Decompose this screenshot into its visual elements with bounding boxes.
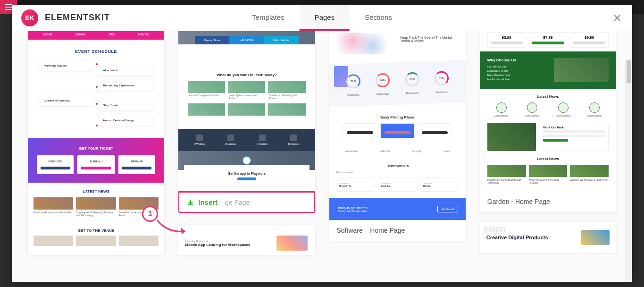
tab-sections[interactable]: Sections — [350, 5, 407, 31]
tab-bar: Templates Pages Sections — [237, 5, 407, 31]
insert-button-row[interactable]: Insert ge Page — [178, 191, 315, 213]
template-partial-label: ge Page — [225, 199, 250, 206]
close-icon — [613, 14, 621, 22]
template-grid: eventi Salona bike Eventie EVENT SCHEDUL… — [23, 31, 621, 255]
scrollbar-track[interactable] — [625, 59, 631, 280]
template-card-software[interactable]: Keep Track The Overall The Market Trends… — [329, 31, 466, 241]
brand-title: ELEMENTSKIT — [45, 13, 110, 23]
tab-templates[interactable]: Templates — [237, 5, 299, 31]
template-thumbnail: A Landing Platform for Mobile App Landin… — [178, 225, 315, 255]
modal-body[interactable]: eventi Salona bike Eventie EVENT SCHEDUL… — [12, 31, 632, 282]
template-label: Software – Home Page — [329, 220, 466, 241]
template-card-event[interactable]: eventi Salona bike Eventie EVENT SCHEDUL… — [28, 31, 164, 255]
template-label: Garden - Home Page — [480, 191, 616, 212]
template-library-modal: EK ELEMENTSKIT Templates Pages Sections … — [12, 5, 632, 282]
template-card-education[interactable]: Opening Times +84 846749 Subscribe Now W… — [178, 31, 315, 213]
template-card-garden[interactable]: $5.99 $7.99 $9.99 Why Choose Us No Hidde… — [480, 31, 616, 212]
download-icon — [187, 199, 194, 206]
insert-label: Insert — [198, 198, 217, 206]
close-button[interactable] — [611, 12, 623, 24]
modal-header: EK ELEMENTSKIT Templates Pages Sections — [12, 5, 632, 31]
tab-pages[interactable]: Pages — [300, 5, 350, 31]
template-card-mobile-app[interactable]: A Landing Platform for Mobile App Landin… — [178, 225, 315, 255]
template-thumbnail: Creative Digital Products — [480, 222, 616, 253]
brand-logo: EK — [21, 9, 38, 26]
template-thumbnail: Opening Times +84 846749 Subscribe Now W… — [178, 31, 315, 192]
scrollbar-thumb[interactable] — [627, 60, 631, 83]
annotation-badge: 1 — [142, 206, 158, 222]
template-thumbnail: $5.99 $7.99 $9.99 Why Choose Us No Hidde… — [480, 31, 616, 191]
template-thumbnail: Keep Track The Overall The Market Trends… — [329, 31, 466, 220]
template-card-creative[interactable]: Creative Digital Products — [480, 222, 616, 253]
